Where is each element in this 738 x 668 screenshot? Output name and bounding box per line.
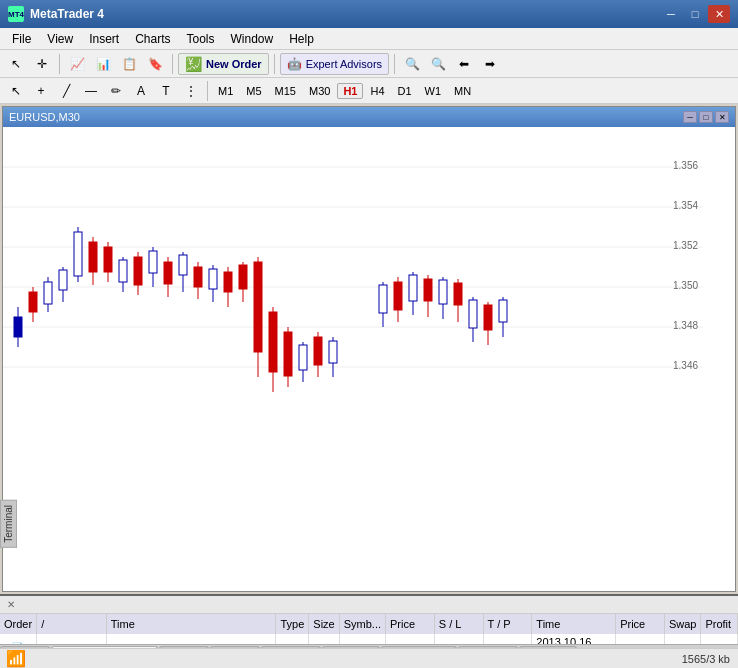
minimize-button[interactable]: ─ [660,5,682,23]
toolbar-sep-1 [59,54,60,74]
toolbar-sep-4 [394,54,395,74]
chart-minimize-button[interactable]: ─ [683,111,697,123]
col-price[interactable]: Price [386,614,435,634]
period-m5[interactable]: M5 [240,83,267,99]
col-swap[interactable]: Swap [664,614,701,634]
toolbar-arrow[interactable]: ↖ [4,53,28,75]
svg-rect-61 [454,283,462,305]
draw-fib-icon[interactable]: ⋮ [179,80,203,102]
draw-label-icon[interactable]: T [154,80,178,102]
candlestick-chart: 1.356 1.354 1.352 1.350 1.348 1.346 [3,127,703,395]
draw-brush-icon[interactable]: ✏ [104,80,128,102]
svg-text:1.346: 1.346 [673,360,698,371]
svg-rect-53 [394,282,402,310]
svg-rect-35 [224,272,232,292]
svg-rect-11 [44,282,52,304]
status-bar: 📶 1565/3 kb [0,648,738,668]
draw-line-icon[interactable]: ╱ [54,80,78,102]
svg-rect-15 [74,232,82,276]
maximize-button[interactable]: □ [684,5,706,23]
col-time[interactable]: Time [106,614,276,634]
toolbar-indicators[interactable]: 📊 [91,53,115,75]
toolbar-period-sep[interactable]: 📋 [117,53,141,75]
terminal-close-button[interactable]: ✕ [4,598,18,612]
chart-close-button[interactable]: ✕ [715,111,729,123]
svg-rect-21 [119,260,127,282]
toolbar-new-chart[interactable]: 📈 [65,53,89,75]
chart-maximize-button[interactable]: □ [699,111,713,123]
period-d1[interactable]: D1 [392,83,418,99]
svg-rect-33 [209,269,217,289]
col-size[interactable]: Size [309,614,339,634]
period-h4[interactable]: H4 [364,83,390,99]
col-symbol[interactable]: Symb... [339,614,385,634]
col-tp[interactable]: T / P [483,614,532,634]
draw-text-icon[interactable]: A [129,80,153,102]
period-h1[interactable]: H1 [337,83,363,99]
svg-text:1.354: 1.354 [673,200,698,211]
draw-hline-icon[interactable]: — [79,80,103,102]
expert-advisors-button[interactable]: 🤖 Expert Advisors [280,53,389,75]
new-order-button[interactable]: 💹 New Order [178,53,269,75]
svg-rect-47 [314,337,322,365]
svg-rect-7 [14,317,22,337]
svg-rect-37 [239,265,247,289]
chart-inner-titlebar: EURUSD,M30 ─ □ ✕ [3,107,735,127]
menu-insert[interactable]: Insert [81,30,127,48]
svg-rect-23 [134,257,142,285]
status-indicator: 📶 [0,649,32,668]
col-sort[interactable]: / [37,614,107,634]
col-type[interactable]: Type [276,614,309,634]
svg-rect-57 [424,279,432,301]
col-order[interactable]: Order [0,614,37,634]
draw-sep-1 [207,81,208,101]
svg-rect-19 [104,247,112,272]
menu-charts[interactable]: Charts [127,30,178,48]
toolbar-crosshair[interactable]: ✛ [30,53,54,75]
svg-rect-63 [469,300,477,328]
zoom-in-icon[interactable]: 🔍 [400,53,424,75]
svg-rect-67 [499,300,507,322]
menu-window[interactable]: Window [223,30,282,48]
svg-rect-31 [194,267,202,287]
period-w1[interactable]: W1 [419,83,448,99]
svg-rect-45 [299,345,307,370]
period-mn[interactable]: MN [448,83,477,99]
terminal-side-label[interactable]: Terminal [0,500,17,548]
col-sl[interactable]: S / L [434,614,483,634]
menu-bar: File View Insert Charts Tools Window Hel… [0,28,738,50]
chart-symbol: EURUSD,M30 [9,111,80,123]
app-title: MetaTrader 4 [30,7,104,21]
title-bar: MT4 MetaTrader 4 ─ □ ✕ [0,0,738,28]
svg-rect-41 [269,312,277,372]
toolbar-tpl[interactable]: 🔖 [143,53,167,75]
svg-rect-59 [439,280,447,304]
period-m30[interactable]: M30 [303,83,336,99]
svg-rect-39 [254,262,262,352]
toolbar-sep-2 [172,54,173,74]
col-close-time[interactable]: Time [532,614,616,634]
menu-file[interactable]: File [4,30,39,48]
menu-view[interactable]: View [39,30,81,48]
terminal-header: ✕ [0,596,738,614]
close-button[interactable]: ✕ [708,5,730,23]
svg-rect-25 [149,251,157,273]
menu-tools[interactable]: Tools [179,30,223,48]
col-profit[interactable]: Profit [701,614,738,634]
svg-text:1.350: 1.350 [673,280,698,291]
period-m15[interactable]: M15 [269,83,302,99]
draw-arrow-icon[interactable]: ↖ [4,80,28,102]
svg-rect-13 [59,270,67,290]
svg-rect-9 [29,292,37,312]
col-close-price[interactable]: Price [616,614,665,634]
scroll-right-icon[interactable]: ➡ [478,53,502,75]
draw-crosshair-icon[interactable]: + [29,80,53,102]
period-m1[interactable]: M1 [212,83,239,99]
svg-rect-51 [379,285,387,313]
draw-toolbar: ↖ + ╱ — ✏ A T ⋮ M1 M5 M15 M30 H1 H4 D1 W… [0,78,738,104]
scroll-left-icon[interactable]: ⬅ [452,53,476,75]
zoom-out-icon[interactable]: 🔍 [426,53,450,75]
svg-rect-27 [164,262,172,284]
status-bar-left: 📶 [0,649,32,668]
menu-help[interactable]: Help [281,30,322,48]
